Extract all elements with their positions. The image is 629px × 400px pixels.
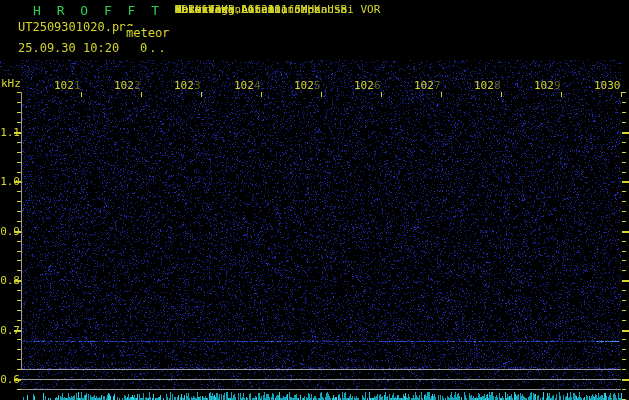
hrofft-window: H R O F F T UT2509301020.png meteor 25.0… <box>0 0 629 400</box>
y-axis-tick-right <box>622 221 626 222</box>
y-axis-tick-label: 0.9 <box>0 225 20 238</box>
y-axis-tick-label: 0.8 <box>0 274 20 287</box>
x-axis-tick-label: 1030 <box>594 79 621 92</box>
y-axis-tick-right <box>622 310 626 311</box>
x-axis-tick-label: 1027 <box>414 79 441 92</box>
x-axis-tick-label: 1029 <box>534 79 561 92</box>
y-axis-tick-right <box>622 112 626 113</box>
plot-bottom-line <box>21 369 621 370</box>
y-axis-tick-right <box>622 142 626 143</box>
y-axis-tick-right <box>622 280 629 282</box>
y-axis-tick-right <box>622 162 626 163</box>
y-axis-tick-right <box>622 172 626 173</box>
y-axis-tick-right <box>622 300 626 301</box>
y-axis-tick-left <box>17 389 21 390</box>
y-axis-tick-right <box>622 369 626 370</box>
y-axis-tick-left <box>17 359 21 360</box>
y-axis-tick-left <box>17 251 21 252</box>
y-axis-tick-left <box>17 260 21 261</box>
y-axis-tick-left <box>17 300 21 301</box>
y-axis-tick-right <box>622 349 626 350</box>
level-band-line-upper <box>21 379 621 380</box>
y-axis-tick-right <box>622 152 626 153</box>
date-time: 25.09.30 10:20 <box>18 41 119 55</box>
x-axis-tick <box>321 92 322 97</box>
x-label-dim-digit: 6 <box>374 79 381 92</box>
y-axis-tick-label: 1.1 <box>0 126 20 139</box>
x-axis-tick-label: 1026 <box>354 79 381 92</box>
y-axis-tick-right <box>622 241 626 242</box>
y-axis-unit-label: kHz <box>1 77 21 90</box>
y-axis-tick-right <box>622 330 629 332</box>
y-axis-tick-left <box>17 320 21 321</box>
x-label-dim-digit: 5 <box>314 79 321 92</box>
y-axis-tick-right <box>622 270 626 271</box>
y-axis-tick-left <box>17 152 21 153</box>
y-axis-tick-label: 0.6 <box>0 373 20 386</box>
y-axis-tick-right <box>622 132 629 134</box>
y-axis-tick-left <box>17 221 21 222</box>
y-axis-tick-left <box>17 349 21 350</box>
y-axis-tick-right <box>622 359 626 360</box>
x-axis-tick-label: 1025 <box>294 79 321 92</box>
y-axis-tick-right <box>622 92 626 93</box>
spectrogram-noise-canvas <box>0 0 629 400</box>
x-label-dim-digit: 3 <box>194 79 201 92</box>
y-axis-tick-left <box>17 102 21 103</box>
y-axis-tick-left <box>17 310 21 311</box>
x-axis-tick <box>201 92 202 97</box>
x-label-dim-digit: 8 <box>494 79 501 92</box>
y-axis-tick-left <box>17 290 21 291</box>
app-title: H R O F F T <box>33 3 163 18</box>
x-axis-tick <box>501 92 502 97</box>
x-axis-tick-label: 1028 <box>474 79 501 92</box>
x-axis-tick <box>561 92 562 97</box>
x-axis-tick-label: 1023 <box>174 79 201 92</box>
x-label-dim-digit: 7 <box>434 79 441 92</box>
y-axis-tick-left <box>17 369 21 370</box>
y-axis-tick-right <box>622 379 629 381</box>
x-axis-tick <box>81 92 82 97</box>
y-axis-tick-right <box>622 290 626 291</box>
y-axis-tick-right <box>622 251 626 252</box>
y-axis-tick-left <box>17 211 21 212</box>
y-axis-tick-left <box>17 241 21 242</box>
x-axis-tick <box>441 92 442 97</box>
x-axis-tick <box>381 92 382 97</box>
y-axis-tick-right <box>622 122 626 123</box>
y-axis-tick-right <box>622 201 626 202</box>
y-axis-tick-label: 1.0 <box>0 175 20 188</box>
y-axis-tick-right <box>622 339 626 340</box>
y-axis-tick-left <box>17 191 21 192</box>
y-axis-tick-right <box>622 260 626 261</box>
y-axis-tick-left <box>17 201 21 202</box>
x-label-dim-digit: 4 <box>254 79 261 92</box>
y-axis-tick-left <box>17 112 21 113</box>
info-value: 4ele Yagi Az 230 for Kansai VOR <box>175 4 380 16</box>
y-axis-tick-left <box>17 270 21 271</box>
y-axis-tick-left <box>17 142 21 143</box>
x-axis-tick-label: 1024 <box>234 79 261 92</box>
x-label-dim-digit: 9 <box>554 79 561 92</box>
x-axis-tick <box>261 92 262 97</box>
y-axis-tick-right <box>622 102 626 103</box>
x-axis-tick <box>141 92 142 97</box>
x-axis-tick-label: 1021 <box>54 79 81 92</box>
level-band-line-lower <box>21 389 621 390</box>
y-axis-tick-right <box>622 389 626 390</box>
y-axis-tick-left <box>17 92 21 93</box>
y-axis-tick-left <box>17 162 21 163</box>
y-axis-tick-right <box>622 191 626 192</box>
y-axis-tick-right <box>622 181 629 183</box>
x-label-dim-digit: 1 <box>74 79 81 92</box>
output-filename: UT2509301020.png <box>18 20 134 34</box>
y-axis-line <box>21 92 22 369</box>
y-axis-tick-left <box>17 339 21 340</box>
y-axis-tick-left <box>17 122 21 123</box>
echo-counter: 0.. <box>140 41 168 55</box>
y-axis-tick-left <box>17 172 21 173</box>
y-axis-tick-right <box>622 211 626 212</box>
x-axis-tick-label: 1022 <box>114 79 141 92</box>
observation-tag: meteor <box>124 26 171 40</box>
y-axis-tick-right <box>622 231 629 233</box>
